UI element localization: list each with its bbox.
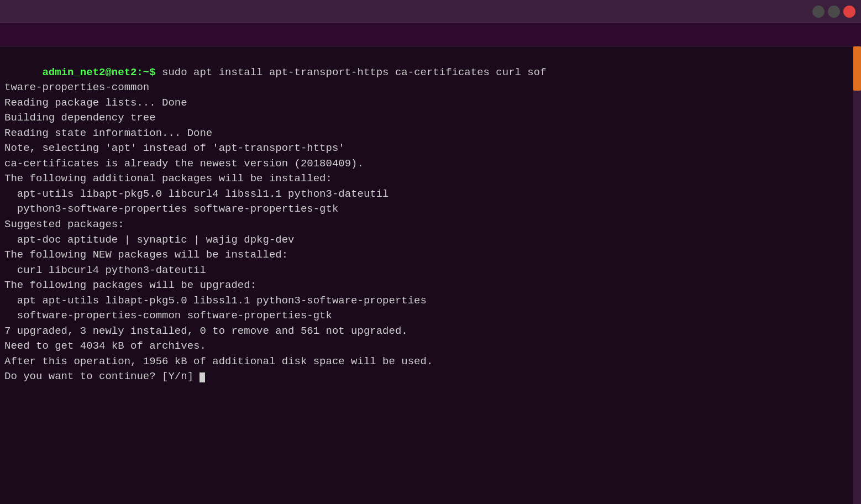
menu-file[interactable]	[4, 33, 13, 37]
scrollbar[interactable]	[853, 46, 861, 504]
scrollbar-thumb[interactable]	[853, 46, 861, 91]
cursor	[200, 372, 205, 382]
terminal-body[interactable]: admin_net2@net2:~$ sudo apt install apt-…	[0, 46, 861, 504]
command-line: sudo apt install apt-transport-https ca-…	[156, 66, 547, 78]
output-lines: Reading package lists... Done Building d…	[4, 97, 433, 383]
close-button[interactable]	[843, 6, 855, 18]
menu-help[interactable]	[104, 33, 113, 37]
menu-view[interactable]	[44, 33, 53, 37]
minimize-button[interactable]	[812, 6, 825, 18]
menu-bar	[0, 23, 861, 46]
maximize-button[interactable]	[828, 6, 840, 18]
terminal-content: admin_net2@net2:~$ sudo apt install apt-…	[4, 50, 857, 400]
title-bar	[0, 0, 861, 23]
output-line-wrap: tware-properties-common	[4, 81, 149, 93]
window-controls	[812, 6, 855, 18]
menu-edit[interactable]	[24, 33, 33, 37]
menu-terminal[interactable]	[84, 33, 93, 37]
terminal-window: admin_net2@net2:~$ sudo apt install apt-…	[0, 0, 861, 504]
menu-search[interactable]	[64, 33, 73, 37]
